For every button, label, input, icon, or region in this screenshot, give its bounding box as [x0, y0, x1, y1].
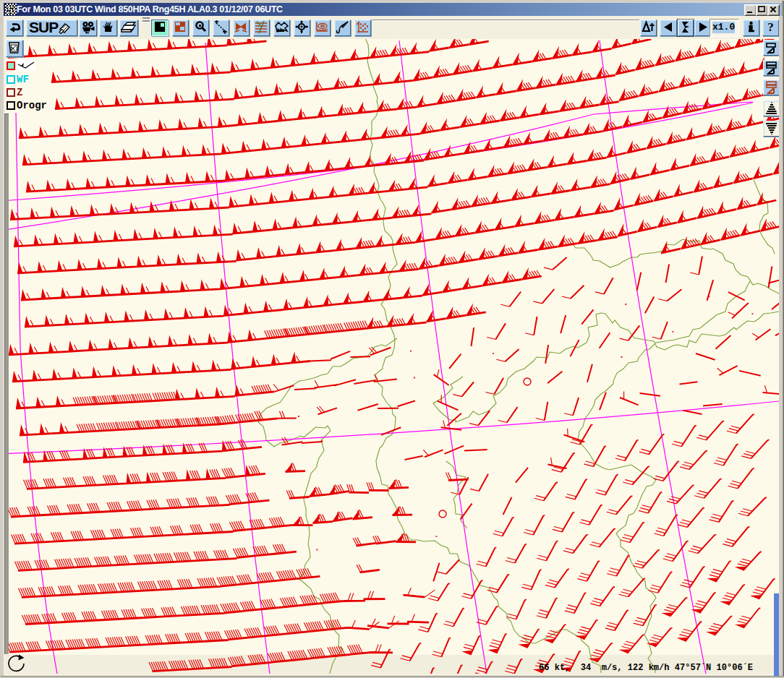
svg-text:?: ?: [767, 20, 774, 34]
